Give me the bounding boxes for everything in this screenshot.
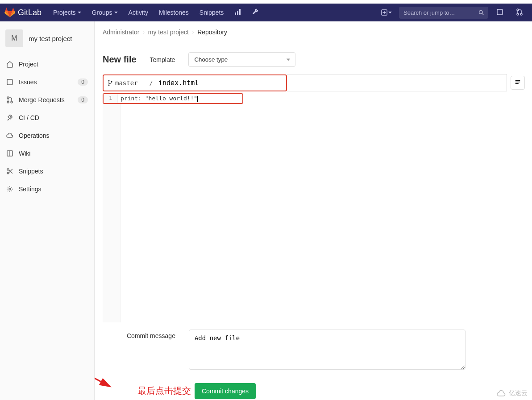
page-title: New file	[103, 54, 137, 65]
sidebar-item-settings[interactable]: Settings	[0, 180, 94, 198]
nav-activity[interactable]: Activity	[124, 4, 153, 21]
nav-projects[interactable]: Projects	[49, 4, 86, 21]
svg-rect-2	[239, 9, 241, 15]
chevron-down-icon	[78, 12, 81, 13]
svg-point-19	[111, 81, 112, 82]
commit-message-input[interactable]	[189, 330, 466, 370]
gear-icon	[6, 186, 13, 193]
commit-message-label: Commit message	[127, 330, 175, 339]
svg-rect-5	[497, 9, 503, 15]
svg-point-15	[7, 172, 9, 174]
editor-right-pane	[364, 104, 525, 322]
global-search[interactable]	[399, 7, 488, 19]
main-content: Administrator › my test project › Reposi…	[95, 21, 532, 400]
svg-point-14	[7, 169, 9, 170]
sidebar-item-wiki[interactable]: Wiki	[0, 144, 94, 162]
sidebar-item-cicd[interactable]: CI / CD	[0, 109, 94, 127]
editor-gutter	[103, 104, 121, 322]
svg-point-16	[9, 188, 11, 190]
svg-rect-9	[7, 79, 12, 85]
nav-groups[interactable]: Groups	[87, 4, 122, 21]
svg-rect-22	[515, 83, 519, 84]
code-editor-area[interactable]	[103, 104, 525, 322]
code-editor-highlighted: 1 print: "hello world!!"	[103, 93, 243, 104]
line-number: 1	[104, 94, 118, 103]
svg-rect-0	[235, 12, 236, 15]
chevron-down-icon	[114, 12, 118, 13]
filename-input[interactable]	[157, 78, 282, 88]
editor-main[interactable]	[121, 104, 364, 322]
nav-milestones[interactable]: Milestones	[154, 4, 193, 21]
nav-admin-wrench-icon[interactable]	[248, 4, 264, 21]
create-new-menu[interactable]	[378, 7, 395, 18]
merge-request-icon	[6, 96, 13, 103]
scissors-icon	[6, 168, 13, 175]
sidebar-item-project[interactable]: Project	[0, 55, 94, 73]
annotation-text: 最后点击提交	[137, 385, 191, 397]
code-line[interactable]: print: "hello world!!"	[118, 94, 242, 103]
branch-selector[interactable]: master	[108, 79, 138, 87]
svg-point-13	[10, 116, 11, 117]
svg-point-6	[517, 9, 519, 11]
nav-charts-icon[interactable]	[230, 4, 246, 21]
gitlab-logo[interactable]: GitLab	[4, 7, 42, 18]
sidebar-item-snippets[interactable]: Snippets	[0, 162, 94, 180]
svg-point-7	[517, 13, 519, 15]
breadcrumb-root[interactable]: Administrator	[103, 29, 139, 36]
svg-rect-20	[515, 80, 520, 81]
nav-snippets[interactable]: Snippets	[195, 4, 228, 21]
chevron-down-icon	[388, 12, 392, 13]
chevron-right-icon: ›	[192, 30, 194, 35]
template-label: Template	[150, 56, 175, 63]
sidebar-project-header[interactable]: M my test project	[0, 25, 94, 52]
svg-rect-21	[515, 82, 520, 82]
editor-toolbar-button[interactable]	[511, 76, 525, 90]
breadcrumb-current: Repository	[197, 29, 227, 36]
watermark: 亿速云	[496, 389, 528, 397]
gitlab-logo-icon	[4, 7, 15, 18]
chevron-right-icon: ›	[143, 30, 144, 35]
svg-point-12	[11, 101, 12, 103]
file-path-box: master /	[103, 74, 287, 91]
search-input[interactable]	[403, 9, 478, 16]
rocket-icon	[6, 114, 13, 121]
book-icon	[6, 150, 13, 157]
svg-point-10	[7, 97, 9, 99]
list-icon	[515, 79, 521, 85]
project-name: my test project	[29, 35, 72, 42]
branch-icon	[108, 79, 112, 87]
nav-merge-requests-icon[interactable]	[511, 4, 528, 21]
path-extend-area	[287, 74, 507, 91]
sidebar-item-issues[interactable]: Issues 0	[0, 73, 94, 91]
commit-changes-button[interactable]: Commit changes	[195, 383, 256, 399]
sidebar-item-merge-requests[interactable]: Merge Requests 0	[0, 91, 94, 109]
svg-point-11	[7, 101, 9, 103]
top-navbar: GitLab Projects Groups Activity Mileston…	[0, 4, 532, 21]
svg-point-8	[520, 13, 522, 15]
mr-count-badge: 0	[78, 96, 88, 103]
issues-icon	[6, 78, 13, 86]
nav-issues-icon[interactable]	[492, 4, 508, 21]
brand-text: GitLab	[18, 8, 42, 17]
plus-icon	[381, 9, 387, 16]
path-separator: /	[150, 79, 153, 87]
svg-point-18	[108, 84, 110, 86]
search-icon	[478, 9, 484, 16]
breadcrumb: Administrator › my test project › Reposi…	[103, 29, 525, 43]
project-avatar: M	[5, 29, 23, 47]
svg-point-4	[479, 11, 483, 14]
svg-point-17	[108, 80, 110, 81]
svg-rect-1	[237, 11, 238, 15]
template-select[interactable]: Choose type	[188, 52, 295, 67]
cloud-icon	[496, 390, 507, 397]
issues-count-badge: 0	[78, 78, 88, 86]
project-sidebar: M my test project Project Issues 0 Merge…	[0, 21, 95, 400]
cloud-icon	[6, 132, 13, 139]
breadcrumb-project[interactable]: my test project	[148, 29, 189, 36]
sidebar-item-operations[interactable]: Operations	[0, 127, 94, 144]
home-icon	[6, 61, 13, 68]
